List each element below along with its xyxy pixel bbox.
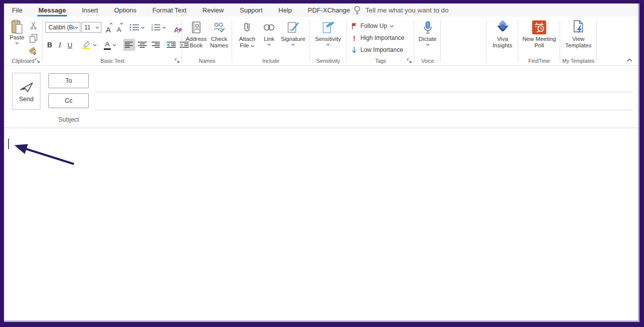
- clear-formatting-button[interactable]: A: [173, 21, 180, 33]
- link-button[interactable]: Link: [261, 19, 278, 46]
- annotation-arrow: [10, 141, 80, 170]
- send-plane-icon: [18, 80, 34, 93]
- view-templates-icon: [572, 19, 585, 36]
- check-names-icon: [213, 19, 226, 36]
- italic-button[interactable]: I: [56, 41, 63, 49]
- new-meeting-poll-button[interactable]: New Meeting Poll: [521, 19, 557, 49]
- tab-insert[interactable]: Insert: [74, 3, 106, 16]
- names-group-label: Names: [182, 58, 232, 64]
- bullets-button[interactable]: [128, 21, 146, 33]
- low-importance-button[interactable]: Low Importance: [351, 44, 403, 55]
- tab-message[interactable]: Message: [30, 3, 74, 16]
- findtime-group-label: FindTime: [518, 58, 560, 64]
- cut-icon[interactable]: [28, 20, 39, 30]
- viva-insights-icon: [495, 19, 510, 36]
- to-field-underline: [95, 92, 633, 92]
- tab-format-text[interactable]: Format Text: [144, 3, 194, 16]
- shrink-font-button[interactable]: A: [116, 21, 122, 33]
- align-center-button[interactable]: [136, 39, 148, 51]
- viva-insights-button[interactable]: Viva Insights: [490, 19, 515, 49]
- follow-up-dropdown-icon: [390, 25, 394, 27]
- tab-help[interactable]: Help: [271, 3, 300, 16]
- high-importance-icon: !: [351, 34, 357, 42]
- sensitivity-dropdown-icon[interactable]: [326, 43, 330, 46]
- clipboard-dialog-launcher-icon[interactable]: [34, 58, 40, 64]
- flag-icon: [351, 22, 357, 30]
- address-book-button[interactable]: Address Book: [185, 19, 207, 49]
- new-meeting-poll-label: New Meeting Poll: [521, 36, 557, 49]
- paste-dropdown-icon[interactable]: [15, 42, 19, 44]
- subject-field[interactable]: [95, 113, 633, 126]
- follow-up-button[interactable]: Follow Up: [351, 20, 394, 31]
- tell-me-label: Tell me what you want to do: [365, 6, 449, 14]
- window-frame: [0, 0, 644, 3]
- dictate-dropdown-icon[interactable]: [426, 43, 430, 46]
- meeting-poll-icon: [532, 19, 547, 36]
- group-sensitivity: Sensitivity Sensitivity: [310, 16, 347, 65]
- cc-button[interactable]: Cc: [48, 93, 89, 108]
- message-body[interactable]: [4, 128, 640, 321]
- include-group-label: Include: [232, 58, 310, 64]
- send-label: Send: [19, 96, 33, 103]
- font-size-combo[interactable]: 11: [81, 22, 101, 33]
- font-name-combo[interactable]: Calibri (Bo: [45, 22, 80, 33]
- tab-options[interactable]: Options: [106, 3, 144, 16]
- to-button[interactable]: To: [48, 73, 89, 88]
- cc-field[interactable]: [95, 93, 633, 110]
- address-book-label: Address Book: [185, 36, 207, 49]
- link-dropdown-icon[interactable]: [267, 43, 271, 46]
- group-viva-insights: Viva Insights: [487, 16, 518, 65]
- group-basic-text: Calibri (Bo 11 A A: [42, 16, 182, 65]
- group-spacer: [441, 16, 487, 65]
- outlook-compose-window: File Message Insert Options Format Text …: [0, 0, 644, 327]
- subject-label: Subject: [48, 116, 89, 123]
- attach-file-button[interactable]: Attach File: [236, 19, 258, 49]
- check-names-button[interactable]: Check Names: [208, 19, 230, 49]
- tab-review[interactable]: Review: [195, 3, 232, 16]
- send-button[interactable]: Send: [12, 73, 40, 110]
- signature-dropdown-icon[interactable]: [291, 43, 295, 46]
- compose-header: Send To Cc Subject: [4, 66, 640, 128]
- group-findtime: New Meeting Poll FindTime: [518, 16, 560, 65]
- voice-group-label: Voice: [414, 58, 441, 64]
- sensitivity-button[interactable]: Sensitivity: [313, 19, 343, 46]
- paste-button[interactable]: Paste: [7, 19, 27, 44]
- check-names-label: Check Names: [208, 36, 230, 49]
- signature-icon: [287, 19, 299, 36]
- tab-pdf-xchange[interactable]: PDF-XChange: [300, 3, 358, 16]
- align-right-button[interactable]: [149, 39, 161, 51]
- high-importance-button[interactable]: ! High Importance: [351, 32, 404, 43]
- sensitivity-label: Sensitivity: [315, 36, 341, 42]
- underline-button[interactable]: U: [66, 41, 74, 49]
- dictate-button[interactable]: Dictate: [416, 19, 439, 46]
- align-left-button[interactable]: [123, 39, 135, 51]
- view-templates-button[interactable]: View Templates: [563, 19, 594, 49]
- collapse-ribbon-icon[interactable]: [626, 57, 634, 63]
- dictate-label: Dictate: [419, 36, 437, 42]
- text-highlight-button[interactable]: [80, 39, 98, 51]
- sensitivity-icon: [322, 19, 334, 36]
- tags-dialog-launcher-icon[interactable]: [406, 58, 412, 64]
- decrease-indent-button[interactable]: [165, 39, 177, 51]
- group-names: Address Book Check Names Names: [182, 16, 232, 65]
- basic-text-dialog-launcher-icon[interactable]: [174, 58, 180, 64]
- tab-support[interactable]: Support: [232, 3, 271, 16]
- sensitivity-group-label: Sensitivity: [310, 58, 347, 64]
- window-frame: [640, 0, 644, 327]
- font-color-button[interactable]: A: [103, 39, 117, 51]
- copy-icon[interactable]: [28, 33, 39, 43]
- signature-button[interactable]: Signature: [279, 19, 308, 46]
- menu-bar: File Message Insert Options Format Text …: [4, 3, 640, 16]
- numbering-button[interactable]: [150, 21, 167, 33]
- my-templates-group-label: My Templates: [560, 58, 597, 64]
- window-frame: [0, 322, 644, 327]
- bold-button[interactable]: B: [45, 41, 54, 49]
- tags-group-label: Tags: [347, 58, 414, 64]
- grow-font-button[interactable]: A: [105, 21, 112, 33]
- link-icon: [263, 19, 275, 36]
- tell-me-box[interactable]: Tell me what you want to do: [353, 3, 449, 16]
- format-painter-icon[interactable]: [28, 46, 39, 56]
- tab-file[interactable]: File: [4, 3, 30, 16]
- group-my-templates: View Templates My Templates: [560, 16, 597, 65]
- to-field[interactable]: [95, 74, 633, 92]
